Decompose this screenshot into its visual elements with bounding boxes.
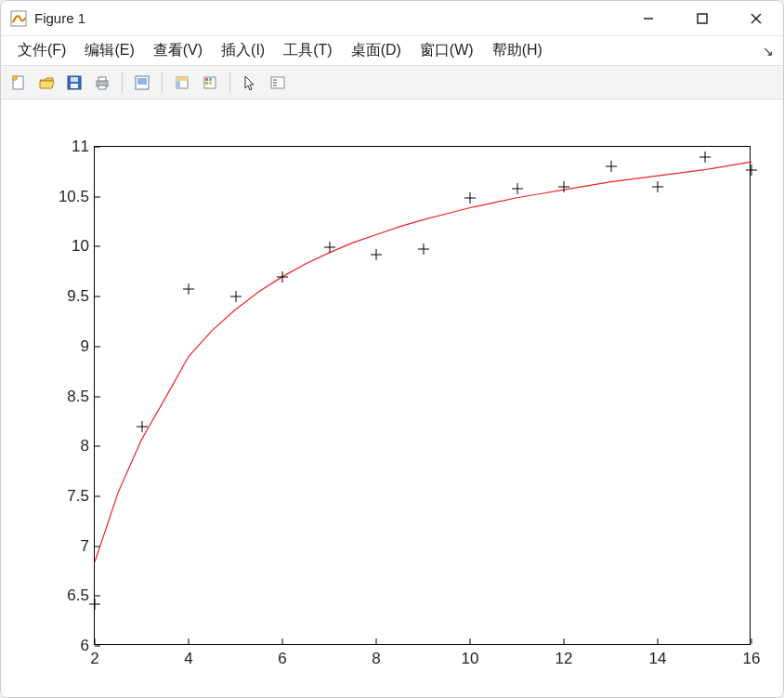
svg-point-6 (13, 75, 18, 80)
svg-rect-21 (205, 82, 208, 85)
close-button[interactable] (729, 1, 783, 36)
svg-rect-17 (176, 77, 188, 81)
menubar: 文件(F) 编辑(E) 查看(V) 插入(I) 工具(T) 桌面(D) 窗口(W… (1, 36, 783, 66)
minimize-button[interactable] (621, 1, 675, 36)
data-cursor-icon[interactable] (170, 71, 194, 95)
open-icon[interactable] (34, 71, 59, 95)
pointer-icon[interactable] (238, 71, 262, 95)
xtick-label: 14 (649, 650, 667, 668)
ytick-label: 8 (81, 437, 89, 455)
svg-rect-8 (71, 77, 78, 82)
ytick-label: 8.5 (67, 388, 89, 406)
xtick-label: 2 (90, 650, 98, 668)
svg-rect-12 (98, 86, 106, 89)
menu-insert[interactable]: 插入(I) (212, 37, 274, 64)
menu-help[interactable]: 帮助(H) (483, 37, 552, 64)
new-figure-icon[interactable] (7, 71, 31, 95)
plot-canvas (95, 147, 751, 646)
xtick-label: 6 (278, 650, 286, 668)
print-icon[interactable] (90, 71, 114, 95)
svg-rect-14 (137, 78, 147, 85)
svg-rect-2 (698, 14, 707, 23)
toolbar-separator (162, 72, 163, 93)
svg-rect-9 (71, 84, 78, 88)
xtick-label: 8 (372, 650, 380, 668)
window-title: Figure 1 (34, 10, 85, 26)
toolbar (1, 66, 783, 99)
ytick-label: 10 (72, 237, 89, 256)
titlebar: Figure 1 (1, 1, 783, 36)
colorbar-icon[interactable] (198, 71, 222, 95)
menu-desktop[interactable]: 桌面(D) (342, 37, 411, 64)
menu-view[interactable]: 查看(V) (144, 37, 212, 64)
save-icon[interactable] (62, 71, 86, 95)
insert-legend-icon[interactable] (266, 71, 290, 95)
plot-area[interactable]: 24681012141666.577.588.599.51010.511 (1, 99, 783, 697)
menu-tools[interactable]: 工具(T) (274, 37, 341, 64)
matlab-figure-icon (10, 10, 27, 27)
ytick-label: 9.5 (67, 287, 89, 306)
fit-line (95, 162, 751, 562)
xtick-label: 4 (184, 650, 192, 668)
ytick-label: 10.5 (59, 188, 89, 206)
xtick-label: 16 (743, 650, 761, 668)
svg-rect-22 (209, 82, 212, 85)
ytick-label: 6 (81, 637, 89, 655)
print-preview-icon[interactable] (130, 71, 154, 95)
ytick-label: 7 (81, 537, 89, 556)
svg-rect-19 (205, 78, 208, 81)
ytick-label: 9 (81, 337, 89, 356)
toolbar-separator (122, 72, 123, 93)
ytick-label: 6.5 (67, 586, 89, 605)
xtick-label: 12 (555, 650, 573, 668)
menu-undock-icon[interactable]: ↘ (763, 44, 774, 59)
menu-window[interactable]: 窗口(W) (411, 37, 483, 64)
svg-rect-20 (209, 78, 212, 81)
axes[interactable]: 24681012141666.577.588.599.51010.511 (94, 146, 751, 645)
menu-file[interactable]: 文件(F) (8, 37, 75, 64)
menu-edit[interactable]: 编辑(E) (75, 37, 143, 64)
maximize-button[interactable] (675, 1, 729, 36)
ytick-label: 7.5 (67, 487, 89, 506)
xtick-label: 10 (462, 650, 479, 668)
ytick-label: 11 (72, 138, 89, 156)
toolbar-separator (229, 72, 230, 93)
figure-window: Figure 1 文件(F) 编辑(E) 查看(V) 插入(I) 工具(T) 桌… (0, 0, 784, 698)
svg-rect-11 (98, 77, 106, 81)
